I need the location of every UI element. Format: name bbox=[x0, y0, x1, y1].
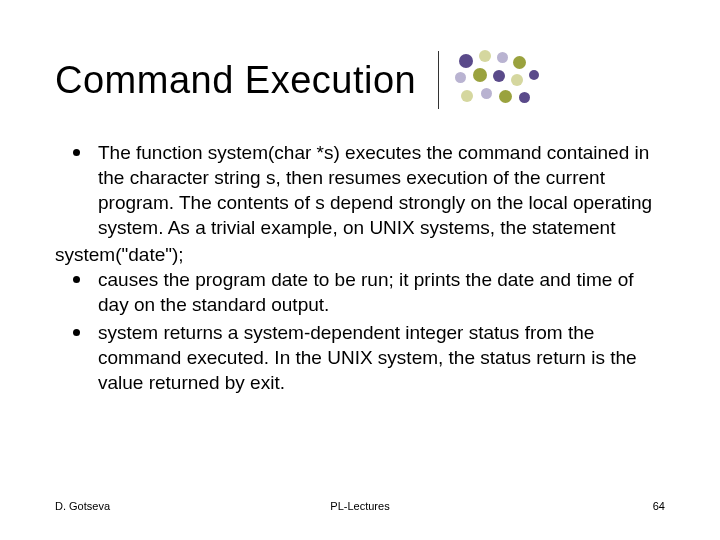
slide-title: Command Execution bbox=[55, 59, 416, 102]
decorative-dots bbox=[453, 50, 543, 110]
bullet-item: The function system(char *s) executes th… bbox=[55, 140, 665, 240]
footer-author: D. Gotseva bbox=[55, 500, 110, 512]
dot-icon bbox=[511, 74, 523, 86]
bullet-icon bbox=[73, 276, 80, 283]
dot-icon bbox=[481, 88, 492, 99]
slide: Command Execution The function system(ch… bbox=[0, 0, 720, 540]
title-divider bbox=[438, 51, 439, 109]
code-line: system("date"); bbox=[55, 242, 665, 267]
footer-title: PL-Lectures bbox=[330, 500, 389, 512]
bullet-text: system returns a system-dependent intege… bbox=[98, 320, 665, 395]
dot-icon bbox=[519, 92, 530, 103]
bullet-text: The function system(char *s) executes th… bbox=[98, 140, 665, 240]
title-row: Command Execution bbox=[55, 50, 665, 110]
dot-icon bbox=[513, 56, 526, 69]
dot-icon bbox=[459, 54, 473, 68]
dot-icon bbox=[473, 68, 487, 82]
bullet-icon bbox=[73, 149, 80, 156]
page-number: 64 bbox=[653, 500, 665, 512]
slide-body: The function system(char *s) executes th… bbox=[55, 140, 665, 395]
bullet-item: system returns a system-dependent intege… bbox=[55, 320, 665, 395]
bullet-text: causes the program date to be run; it pr… bbox=[98, 267, 665, 317]
dot-icon bbox=[479, 50, 491, 62]
dot-icon bbox=[493, 70, 505, 82]
dot-icon bbox=[461, 90, 473, 102]
dot-icon bbox=[529, 70, 539, 80]
bullet-icon bbox=[73, 329, 80, 336]
dot-icon bbox=[497, 52, 508, 63]
dot-icon bbox=[499, 90, 512, 103]
footer: D. Gotseva PL-Lectures 64 bbox=[55, 500, 665, 512]
dot-icon bbox=[455, 72, 466, 83]
bullet-item: causes the program date to be run; it pr… bbox=[55, 267, 665, 317]
